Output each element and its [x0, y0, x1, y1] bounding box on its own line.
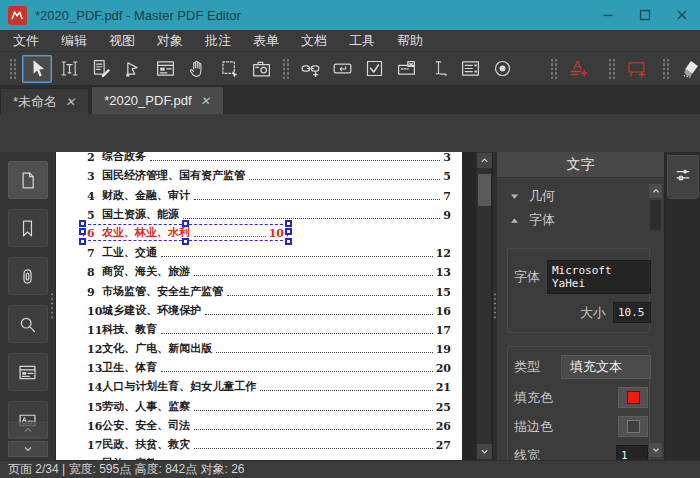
properties-panel-tab[interactable]	[667, 155, 699, 199]
selection-handle[interactable]	[285, 220, 292, 227]
add-sticky-note-button[interactable]	[621, 55, 651, 83]
selection-handle[interactable]	[79, 220, 86, 227]
toc-row[interactable]: 14人口与计划生育、妇女儿童工作21	[87, 375, 451, 394]
toc-row[interactable]: 3国民经济管理、国有资产监管5	[87, 164, 451, 183]
scroll-down-icon[interactable]	[477, 444, 492, 459]
panel-scrollbar-thumb[interactable]	[650, 200, 661, 230]
snapshot-tool-button[interactable]	[246, 55, 276, 83]
minimize-button[interactable]	[589, 0, 626, 30]
toc-row[interactable]: 13卫生、体育20	[87, 356, 451, 375]
toolbar-grip-handle[interactable]	[282, 58, 289, 80]
toc-row[interactable]: 11科技、教育17	[87, 318, 451, 337]
stroke-color-button[interactable]	[618, 416, 648, 437]
add-text-field-button[interactable]	[327, 55, 357, 83]
menu-help[interactable]: 帮助	[386, 30, 434, 52]
maximize-button[interactable]	[626, 0, 663, 30]
toolbar-grip-handle[interactable]	[9, 58, 16, 80]
edit-document-tool-button[interactable]	[86, 55, 116, 83]
sidebar-attachments-panel-button[interactable]	[8, 257, 48, 295]
toc-page-number: 13	[436, 266, 451, 279]
line-width-label: 线宽	[514, 447, 540, 461]
tab-2020-pdf[interactable]: *2020_PDF.pdf✕	[91, 86, 224, 114]
toc-row[interactable]: 9市场监管、安全生产监管15	[87, 279, 451, 298]
line-width-input[interactable]: 1	[616, 445, 648, 460]
bookmarks-icon	[17, 218, 38, 239]
sidebar-form-fields-panel-button[interactable]	[8, 353, 48, 391]
fill-color-button[interactable]	[618, 387, 648, 408]
toc-row[interactable]: 10城乡建设、环境保护16	[87, 299, 451, 318]
scroll-up-icon[interactable]	[477, 153, 492, 168]
panel-scroll-down-icon[interactable]	[649, 443, 662, 457]
section-geometry[interactable]: 几何	[507, 184, 650, 208]
toc-row[interactable]: 7工业、交通12	[87, 241, 451, 260]
add-list-field-button[interactable]	[455, 55, 485, 83]
toc-row[interactable]: 5国土资源、能源9	[87, 203, 451, 222]
select-region-tool-button[interactable]	[214, 55, 244, 83]
select-tool-button[interactable]	[22, 55, 52, 83]
toc-row[interactable]: 4财政、金融、审计7	[87, 183, 451, 202]
dot-leader	[194, 429, 432, 430]
type-dropdown[interactable]: 填充文本	[561, 355, 651, 379]
menu-object[interactable]: 对象	[146, 30, 194, 52]
section-font[interactable]: 字体	[507, 208, 650, 232]
toc-row[interactable]: 8商贸、海关、旅游13	[87, 260, 451, 279]
menu-file[interactable]: 文件	[2, 30, 50, 52]
font-size-input[interactable]: 10.5	[613, 302, 651, 323]
tab-close-icon[interactable]: ✕	[199, 94, 212, 108]
add-radio-button[interactable]	[487, 55, 517, 83]
font-name-input[interactable]: Microsoft YaHei	[547, 260, 651, 294]
toc-row[interactable]: 15劳动、人事、监察25	[87, 394, 451, 413]
dot-leader	[194, 448, 432, 449]
sidebar-pages-panel-button[interactable]	[8, 161, 48, 199]
panel-scroll-up-icon[interactable]	[649, 184, 662, 198]
edit-forms-tool-button[interactable]	[150, 55, 180, 83]
selection-handle[interactable]	[79, 228, 86, 235]
add-text-annotation-button[interactable]	[563, 55, 593, 83]
add-link-button[interactable]	[295, 55, 325, 83]
menu-form[interactable]: 表单	[242, 30, 290, 52]
highlighter-tool-button[interactable]	[675, 55, 700, 83]
menu-edit[interactable]: 编辑	[50, 30, 98, 52]
selected-text-object[interactable]: 6农业、林业、水利10	[83, 224, 288, 241]
hand-tool-button[interactable]	[182, 55, 212, 83]
menu-document[interactable]: 文档	[290, 30, 338, 52]
toc-row[interactable]: 17民政、扶贫、救灾27	[87, 433, 451, 452]
sidebar-scroll-up-button[interactable]	[8, 422, 48, 438]
toc-row[interactable]: 18民族、宗教28	[87, 452, 451, 460]
document-scrollbar[interactable]	[476, 152, 491, 460]
document-scrollbar-thumb[interactable]	[478, 174, 491, 206]
toc-page-number: 3	[443, 152, 451, 164]
add-signature-field-button[interactable]	[423, 55, 453, 83]
sidebar-bookmarks-panel-button[interactable]	[8, 209, 48, 247]
tab-close-icon[interactable]: ✕	[65, 95, 78, 109]
edit-path-tool-button[interactable]	[118, 55, 148, 83]
document-page[interactable]: 2综合政务33国民经济管理、国有资产监管54财政、金融、审计75国土资源、能源9…	[56, 152, 462, 460]
edit-text-tool-button[interactable]	[54, 55, 84, 83]
selection-handle[interactable]	[182, 220, 189, 227]
menu-view[interactable]: 视图	[98, 30, 146, 52]
add-combobox-button[interactable]	[391, 55, 421, 83]
toolbar-grip-handle[interactable]	[662, 58, 669, 80]
font-name-label: 字体	[514, 268, 540, 286]
toc-row[interactable]: 16公安、安全、司法26	[87, 414, 451, 433]
toc-row[interactable]: 2综合政务3	[87, 152, 451, 164]
close-button[interactable]	[663, 0, 700, 30]
stroke-color-label: 描边色	[514, 418, 553, 436]
selection-handle[interactable]	[285, 228, 292, 235]
toc-page-number: 16	[436, 305, 451, 318]
selection-handle[interactable]	[285, 238, 292, 245]
sidebar-scroll-down-button[interactable]	[8, 441, 48, 457]
toc-row[interactable]: 6农业、林业、水利10	[87, 222, 451, 241]
add-checkbox-button[interactable]	[359, 55, 389, 83]
menu-comment[interactable]: 批注	[194, 30, 242, 52]
tab-untitled[interactable]: *未命名✕	[0, 88, 89, 114]
toolbar-grip-handle[interactable]	[608, 58, 615, 80]
selection-handle[interactable]	[79, 238, 86, 245]
panel-scrollbar[interactable]	[649, 184, 662, 457]
menu-tools[interactable]: 工具	[338, 30, 386, 52]
toolbar-grip-handle[interactable]	[550, 58, 557, 80]
sidebar-search-panel-button[interactable]	[8, 305, 48, 343]
selection-handle[interactable]	[182, 238, 189, 245]
toc-row[interactable]: 12文化、广电、新闻出版19	[87, 337, 451, 356]
sidebar-resize-handle[interactable]	[50, 292, 54, 320]
